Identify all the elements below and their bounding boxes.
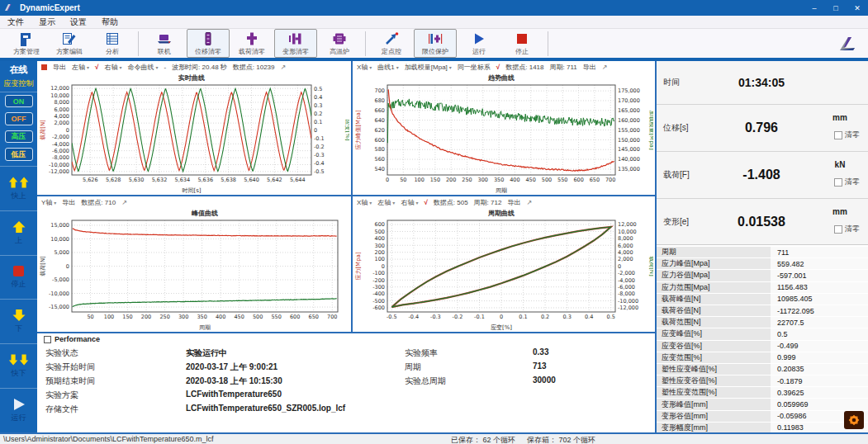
svg-text:5,000: 5,000 [54, 249, 69, 256]
run-button[interactable]: 运行 [458, 30, 500, 57]
furnace-button[interactable]: 高温炉 [319, 30, 360, 57]
readout-label: 位移[s] [663, 122, 689, 134]
expand-icon[interactable]: ↗ [121, 199, 127, 206]
menu-file[interactable]: 文件 [0, 17, 31, 28]
zero-label: 清零 [845, 224, 860, 234]
right-axis-dropdown[interactable]: 右轴 [104, 63, 121, 72]
plan-manage-icon [18, 31, 35, 46]
zero-checkbox[interactable] [834, 178, 842, 187]
perf-label: 实验状态 [45, 347, 78, 359]
table-row[interactable]: 变形谷值[mm]-0.05986 [657, 411, 868, 422]
export-link[interactable]: 导出 [583, 63, 596, 72]
svg-text:8,000: 8,000 [54, 99, 69, 106]
left-axis-dropdown[interactable]: 左轴 [377, 198, 395, 207]
minimize-button[interactable]: – [804, 0, 825, 16]
title-bar: DynamicExpert – □ ✕ [0, 0, 868, 16]
points-count-label: 数据点: 1418 [505, 63, 543, 72]
fast-down-button[interactable]: 快下 [0, 343, 37, 388]
off-button[interactable]: OFF [5, 112, 33, 125]
table-row[interactable]: 变形峰值[mm]0.059969 [657, 399, 868, 409]
maximize-button[interactable]: □ [825, 0, 847, 16]
measurement-readout: 变形[e]0.01538mm清零 [657, 199, 868, 246]
stat-value: -0.499 [771, 341, 868, 352]
svg-text:-400: -400 [372, 290, 385, 297]
right-axis-dropdown[interactable]: 右轴 [401, 198, 418, 207]
table-row[interactable]: 变形幅度[mm]0.11983 [657, 423, 868, 432]
table-row[interactable]: 塑性应变谷值[%]-0.1879 [657, 376, 868, 386]
menu-display[interactable]: 显示 [31, 17, 63, 28]
plan-manage-button[interactable]: 方案管理 [6, 30, 47, 57]
svg-text:-0.1: -0.1 [474, 314, 485, 320]
menu-help[interactable]: 帮助 [94, 17, 126, 28]
svg-text:650: 650 [309, 314, 319, 320]
high-pressure-button[interactable]: 高压 [5, 130, 33, 143]
perf-value: 0.33 [533, 347, 548, 357]
table-row[interactable]: 周期711 [657, 247, 868, 257]
fast-up-button[interactable]: 快上 [0, 166, 37, 210]
svg-text:250: 250 [462, 177, 472, 183]
svg-text:150: 150 [122, 314, 132, 320]
down-button[interactable]: 下 [0, 299, 37, 343]
connect-button[interactable]: 联机 [144, 30, 185, 57]
stat-label: 应力峰值[Mpa] [657, 258, 771, 269]
settings-gear-button[interactable] [844, 411, 864, 429]
table-row[interactable]: 塑性应变峰值[%]0.20835 [657, 364, 868, 375]
readout-panel: 时间 01:34:05 位移[s]0.796mm清零载荷[F]-1.408kN清… [655, 61, 868, 432]
svg-text:300: 300 [375, 243, 385, 249]
low-pressure-button[interactable]: 低压 [5, 148, 33, 160]
table-row[interactable]: 载荷范围[N]22707.5 [657, 317, 868, 328]
menu-bar: 文件 显示 设置 帮助 [0, 16, 868, 29]
svg-text:50: 50 [87, 314, 93, 320]
limit-protect-button[interactable]: 限位保护 [414, 29, 457, 58]
fixed-point-button[interactable]: 定点控 [371, 30, 412, 57]
y-axis-dropdown[interactable]: Y轴 [41, 198, 56, 207]
x-axis-dropdown[interactable]: X轴 [357, 198, 372, 207]
svg-text:350: 350 [197, 314, 206, 320]
table-row[interactable]: 应力峰值[Mpa]559.482 [657, 258, 868, 269]
close-button[interactable]: ✕ [847, 0, 868, 16]
table-row[interactable]: 应力范围[Mpa]1156.483 [657, 282, 868, 293]
svg-text:0: 0 [314, 127, 317, 134]
plan-edit-button[interactable]: 方案编辑 [49, 30, 90, 57]
export-link[interactable]: 导出 [53, 63, 66, 72]
modulus-dropdown[interactable]: 加载模量[Mpa] [405, 63, 452, 72]
stop-button[interactable]: 停止 [501, 30, 543, 57]
table-row[interactable]: 塑性应变范围[%]0.39625 [657, 387, 868, 398]
perf-value: 30000 [533, 376, 556, 385]
curve1-dropdown[interactable]: 曲线1 [377, 63, 398, 72]
zero-checkbox[interactable] [834, 131, 842, 139]
table-row[interactable]: 应变谷值[%]-0.499 [657, 341, 868, 352]
online-status-label: 在线 [10, 61, 28, 78]
cmd-curve-dropdown[interactable]: 命令曲线 [127, 63, 158, 72]
table-row[interactable]: 应变范围[%]0.999 [657, 352, 868, 363]
table-row[interactable]: 载荷谷值[N]-11722.095 [657, 305, 868, 316]
menu-settings[interactable]: 设置 [63, 17, 94, 28]
expand-icon[interactable]: ↗ [526, 199, 532, 206]
table-row[interactable]: 载荷峰值[N]10985.405 [657, 294, 868, 305]
export-link[interactable]: 导出 [62, 198, 75, 207]
same-coord-label[interactable]: 同一坐标系 [458, 63, 491, 72]
svg-text:5,638: 5,638 [221, 177, 236, 183]
load-zero-button[interactable]: 载荷清零 [231, 30, 273, 57]
up-button[interactable]: 上 [0, 210, 37, 255]
readout-value: 0.796 [706, 120, 817, 135]
table-row[interactable]: 应变峰值[%]0.5 [657, 328, 868, 339]
svg-text:0.1: 0.1 [314, 119, 322, 125]
on-button[interactable]: ON [5, 95, 33, 107]
left-axis-dropdown[interactable]: 左轴 [72, 63, 89, 72]
stat-value: 22707.5 [771, 317, 868, 328]
zero-checkbox[interactable] [834, 225, 842, 234]
expand-icon[interactable]: ↗ [281, 64, 287, 71]
disp-zero-button[interactable]: 位移清零 [187, 29, 230, 58]
x-axis-dropdown[interactable]: X轴 [357, 63, 372, 72]
sidebar-run-button[interactable]: 运行 [0, 388, 37, 432]
svg-text:-8,000: -8,000 [618, 290, 635, 297]
expand-icon[interactable]: ↗ [602, 64, 608, 71]
stat-label: 变形峰值[mm] [657, 399, 771, 409]
table-row[interactable]: 应力谷值[Mpa]-597.001 [657, 270, 868, 281]
stat-label: 塑性应变范围[%] [657, 387, 771, 398]
deform-zero-button[interactable]: 变形清零 [274, 29, 317, 58]
analyze-button[interactable]: 分析 [92, 30, 133, 57]
jog-stop-button[interactable]: 停止 [0, 255, 37, 300]
export-link[interactable]: 导出 [507, 198, 520, 207]
